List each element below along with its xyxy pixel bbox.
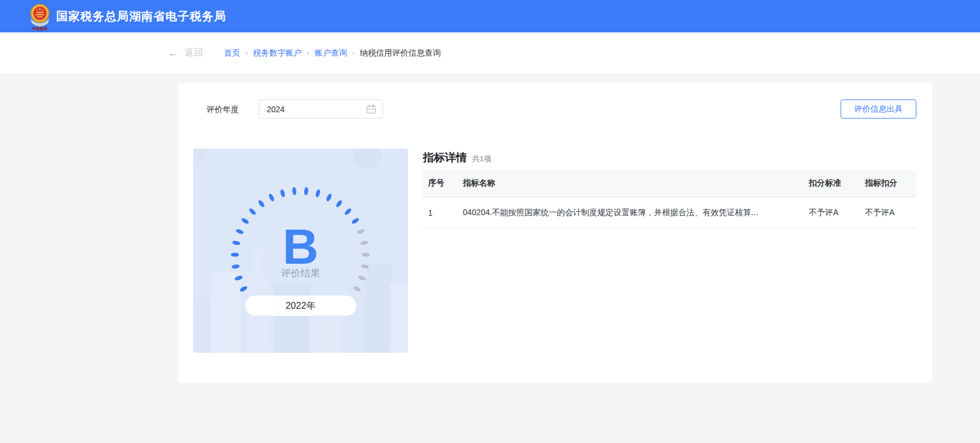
evaluation-year-pill: 2022年 bbox=[245, 296, 356, 316]
app-header: 中国税务 国家税务总局湖南省电子税务局 bbox=[0, 0, 980, 32]
col-header-deduction: 指标扣分 bbox=[865, 178, 916, 189]
cell-standard: 不予评A bbox=[809, 208, 865, 218]
col-header-index: 序号 bbox=[428, 178, 463, 189]
calendar-icon[interactable] bbox=[367, 105, 375, 113]
taxation-emblem-icon: 中国税务 bbox=[27, 2, 53, 31]
credit-rating-gauge-card: B 评价结果 2022年 bbox=[193, 149, 408, 353]
taxation-emblem-logo: 中国税务 bbox=[27, 2, 53, 31]
evaluation-year-label: 评价年度 bbox=[207, 100, 239, 119]
table-header-row: 序号 指标名称 扣分标准 指标扣分 bbox=[422, 170, 916, 197]
breadcrumb-current-page: 纳税信用评价信息查询 bbox=[360, 48, 441, 58]
breadcrumb-account-query[interactable]: 账户查询 bbox=[315, 48, 347, 58]
breadcrumb: ← 返回 首页 › 税务数字账户 › 账户查询 › 纳税信用评价信息查询 bbox=[168, 32, 441, 73]
breadcrumb-band: ← 返回 首页 › 税务数字账户 › 账户查询 › 纳税信用评价信息查询 bbox=[0, 32, 980, 73]
breadcrumb-home[interactable]: 首页 bbox=[224, 48, 240, 58]
issue-evaluation-info-button[interactable]: 评价信息出具 bbox=[841, 99, 916, 119]
main-content-card: 评价年度 2024 评价信息出具 B 评价结果 2022年 指标详情 bbox=[178, 83, 932, 383]
back-arrow-icon[interactable]: ← bbox=[168, 47, 179, 60]
breadcrumb-digital-account[interactable]: 税务数字账户 bbox=[253, 48, 301, 58]
table-row: 1 040204.不能按照国家统一的会计制度规定设置账簿，并根据合法、有效凭证核… bbox=[422, 197, 916, 228]
back-button[interactable]: 返回 bbox=[185, 47, 203, 59]
page: { "header": { "title": "国家税务总局湖南省电子税务局",… bbox=[0, 0, 980, 443]
cell-index: 1 bbox=[428, 208, 463, 217]
details-header: 指标详情 共1项 bbox=[423, 150, 491, 165]
evaluation-result-label: 评价结果 bbox=[193, 267, 408, 280]
breadcrumb-separator: › bbox=[245, 49, 248, 57]
credit-grade: B bbox=[193, 221, 408, 271]
breadcrumb-separator: › bbox=[307, 49, 309, 57]
cell-indicator-name: 040204.不能按照国家统一的会计制度规定设置账簿，并根据合法、有效凭证核算.… bbox=[463, 208, 809, 218]
cell-deduction: 不予评A bbox=[865, 208, 916, 218]
breadcrumb-separator: › bbox=[352, 49, 355, 57]
col-header-name: 指标名称 bbox=[463, 178, 809, 189]
evaluation-year-value: 2024 bbox=[259, 105, 367, 114]
app-title: 国家税务总局湖南省电子税务局 bbox=[56, 0, 226, 32]
logo-caption: 中国税务 bbox=[32, 26, 48, 31]
evaluation-year-input[interactable]: 2024 bbox=[259, 99, 383, 119]
col-header-standard: 扣分标准 bbox=[809, 178, 865, 189]
details-count-badge: 共1项 bbox=[472, 154, 491, 165]
details-title: 指标详情 bbox=[423, 150, 467, 165]
indicator-table: 序号 指标名称 扣分标准 指标扣分 1 040204.不能按照国家统一的会计制度… bbox=[422, 170, 916, 228]
